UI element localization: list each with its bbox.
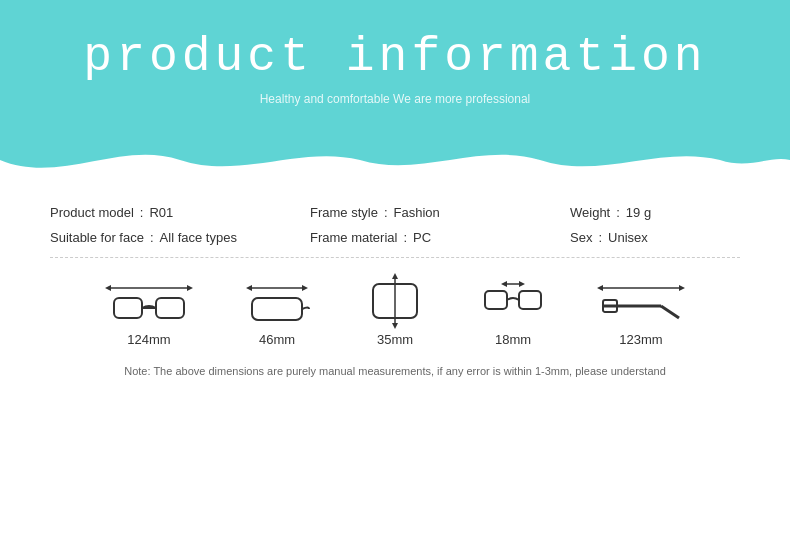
frame-material-label: Frame material — [310, 230, 397, 245]
svg-marker-2 — [187, 285, 193, 291]
dimensions-row: 124mm 46mm — [50, 276, 740, 347]
dimension-lens-width: 46mm — [247, 276, 307, 347]
face-type-label: Suitable for face — [50, 230, 144, 245]
spec-frame-material: Frame material : PC — [310, 230, 570, 245]
frame-style-colon: : — [384, 205, 388, 220]
svg-marker-17 — [501, 281, 507, 287]
dimension-total-width: 124mm — [109, 276, 189, 347]
dimension-bridge: 18mm — [483, 276, 543, 347]
svg-marker-8 — [302, 285, 308, 291]
specs-row-2: Suitable for face : All face types Frame… — [50, 230, 740, 245]
lens-width-value: 46mm — [259, 332, 295, 347]
svg-marker-21 — [679, 285, 685, 291]
lens-height-icon — [365, 276, 425, 326]
svg-line-23 — [661, 306, 679, 318]
face-type-colon: : — [150, 230, 154, 245]
disclaimer-note: Note: The above dimensions are purely ma… — [50, 365, 740, 377]
svg-rect-15 — [519, 291, 541, 309]
lens-height-value: 35mm — [377, 332, 413, 347]
svg-marker-20 — [597, 285, 603, 291]
bridge-value: 18mm — [495, 332, 531, 347]
product-model-label: Product model — [50, 205, 134, 220]
svg-rect-4 — [156, 298, 184, 318]
total-width-icon — [109, 276, 189, 326]
face-type-value: All face types — [160, 230, 237, 245]
dimension-temple: 123mm — [601, 276, 681, 347]
spec-sex: Sex : Unisex — [570, 230, 790, 245]
svg-marker-11 — [392, 273, 398, 279]
dimension-lens-height: 35mm — [365, 276, 425, 347]
header-section: product information Healthy and comforta… — [0, 0, 790, 185]
wave-decoration — [0, 140, 790, 185]
weight-label: Weight — [570, 205, 610, 220]
frame-material-colon: : — [403, 230, 407, 245]
svg-marker-1 — [105, 285, 111, 291]
bridge-icon — [483, 276, 543, 326]
frame-material-value: PC — [413, 230, 431, 245]
frame-style-value: Fashion — [394, 205, 440, 220]
svg-rect-9 — [252, 298, 302, 320]
svg-rect-14 — [485, 291, 507, 309]
spec-product-model: Product model : R01 — [50, 205, 310, 220]
sex-value: Unisex — [608, 230, 648, 245]
svg-marker-12 — [392, 323, 398, 329]
temple-icon — [601, 276, 681, 326]
frame-style-label: Frame style — [310, 205, 378, 220]
header-subtitle: Healthy and comfortable We are more prof… — [260, 92, 531, 106]
lens-width-icon — [247, 276, 307, 326]
sex-label: Sex — [570, 230, 592, 245]
total-width-value: 124mm — [127, 332, 170, 347]
page-title: product information — [83, 30, 706, 84]
sex-colon: : — [598, 230, 602, 245]
svg-marker-18 — [519, 281, 525, 287]
product-model-colon: : — [140, 205, 144, 220]
product-model-value: R01 — [149, 205, 173, 220]
svg-marker-7 — [246, 285, 252, 291]
specs-row-1: Product model : R01 Frame style : Fashio… — [50, 205, 740, 220]
svg-rect-3 — [114, 298, 142, 318]
spec-frame-style: Frame style : Fashion — [310, 205, 570, 220]
spec-weight: Weight : 19 g — [570, 205, 790, 220]
section-divider — [50, 257, 740, 258]
weight-value: 19 g — [626, 205, 651, 220]
spec-face-type: Suitable for face : All face types — [50, 230, 310, 245]
weight-colon: : — [616, 205, 620, 220]
temple-value: 123mm — [619, 332, 662, 347]
content-section: Product model : R01 Frame style : Fashio… — [0, 185, 790, 387]
